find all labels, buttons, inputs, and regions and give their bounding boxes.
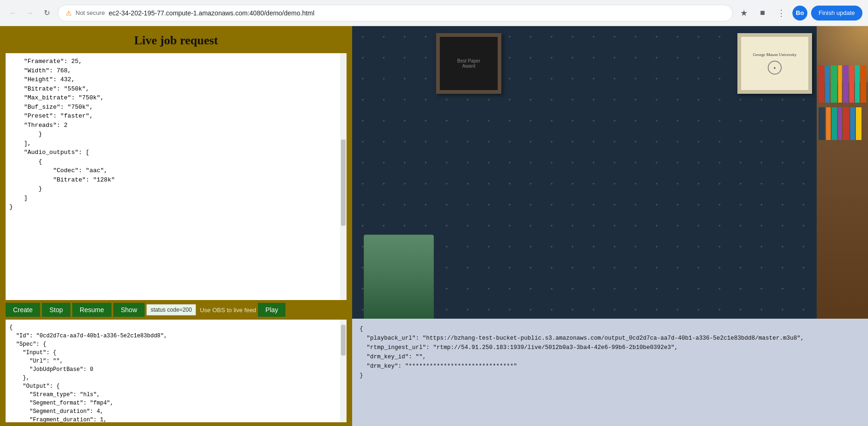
address-bar[interactable]: ⚠ Not secure ec2-34-202-195-77.compute-1…: [58, 5, 733, 21]
extension-button[interactable]: ■: [755, 6, 770, 21]
main-content: Live job request Create Stop Resume Show…: [0, 26, 868, 426]
security-warning-icon: ⚠: [66, 9, 72, 17]
obs-label: Use OBS to live feed: [200, 307, 256, 314]
status-badge: status code=200: [146, 304, 196, 315]
forward-button[interactable]: →: [22, 6, 37, 21]
response-text: { "Id": "0cd2d7ca-aa7d-40b1-a336-5e2c1e8…: [6, 320, 347, 422]
response-scrollbar-thumb[interactable]: [341, 325, 346, 356]
video-area: Best PaperAward George Mason University …: [352, 26, 868, 319]
right-panel: Best PaperAward George Mason University …: [352, 26, 868, 426]
response-scrollbar[interactable]: [340, 320, 347, 422]
reload-button[interactable]: ↻: [39, 6, 54, 21]
bookshelf: [817, 26, 868, 319]
left-panel: Live job request Create Stop Resume Show…: [0, 26, 352, 426]
browser-actions: ★ ■ ⋮ Bo Finish update: [736, 6, 862, 21]
toolbar: Create Stop Resume Show status code=200 …: [0, 300, 352, 320]
show-button[interactable]: Show: [113, 303, 145, 317]
nav-buttons: ← → ↻: [6, 6, 54, 21]
page-title: Live job request: [0, 26, 352, 53]
json-response-text: { "playback_url": "https://bzhang-test-b…: [360, 324, 861, 380]
finish-update-button[interactable]: Finish update: [811, 6, 862, 21]
wall-frame-2: George Mason University ●: [737, 33, 812, 94]
json-editor[interactable]: [6, 53, 340, 300]
response-area: { "Id": "0cd2d7ca-aa7d-40b1-a336-5e2c1e8…: [6, 320, 347, 422]
json-editor-container: [6, 53, 347, 300]
menu-button[interactable]: ⋮: [774, 6, 789, 21]
browser-chrome: ← → ↻ ⚠ Not secure ec2-34-202-195-77.com…: [0, 0, 868, 26]
url-display: ec2-34-202-195-77.compute-1.amazonaws.co…: [109, 9, 314, 17]
create-button[interactable]: Create: [6, 303, 40, 317]
editor-scrollbar[interactable]: [340, 53, 347, 300]
play-button[interactable]: Play: [258, 303, 285, 317]
video-placeholder: Best PaperAward George Mason University …: [352, 26, 868, 319]
stop-button[interactable]: Stop: [42, 303, 70, 317]
wall-frame-1: Best PaperAward: [436, 33, 501, 94]
bookmark-button[interactable]: ★: [736, 6, 751, 21]
person-silhouette: [364, 235, 434, 319]
resume-button[interactable]: Resume: [72, 303, 111, 317]
avatar-button[interactable]: Bo: [792, 6, 807, 21]
editor-scrollbar-thumb[interactable]: [341, 140, 346, 226]
not-secure-label: Not secure: [76, 9, 105, 16]
json-response: { "playback_url": "https://bzhang-test-b…: [352, 319, 868, 426]
back-button[interactable]: ←: [6, 6, 21, 21]
